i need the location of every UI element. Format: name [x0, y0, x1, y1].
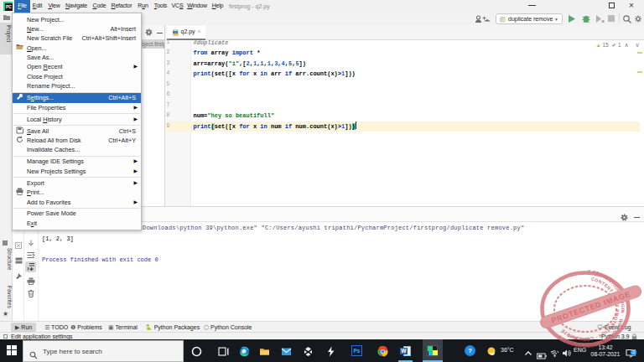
- svg-text:by WEBSITE: by WEBSITE: [567, 333, 591, 341]
